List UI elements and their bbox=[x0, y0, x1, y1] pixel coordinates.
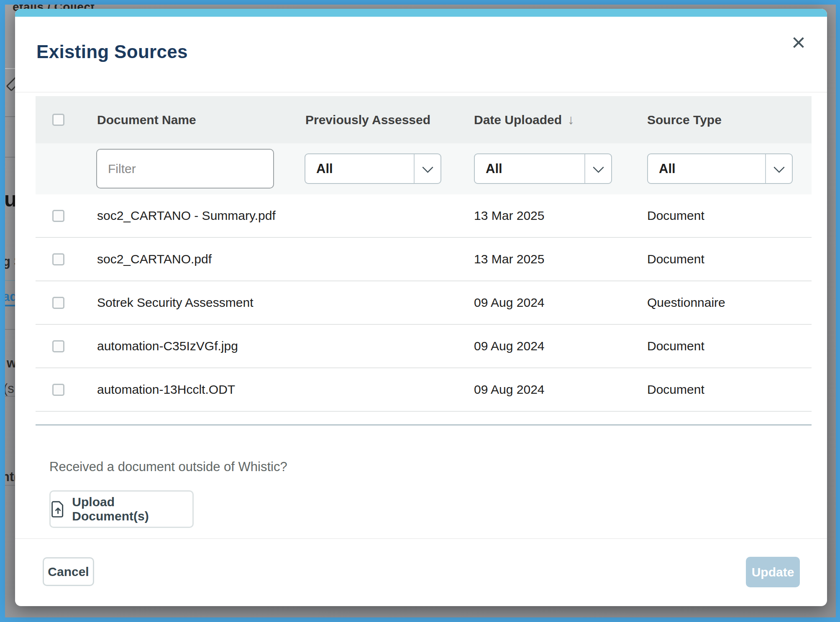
table-row[interactable]: automation-C35IzVGf.jpg 09 Aug 2024 Docu… bbox=[36, 325, 812, 368]
background-divider bbox=[5, 68, 15, 69]
source-type: Questionnaire bbox=[647, 296, 812, 310]
upload-documents-button[interactable]: Upload Document(s) bbox=[49, 490, 194, 528]
source-type-filter-select[interactable]: All bbox=[647, 153, 793, 184]
column-header-date-uploaded[interactable]: Date Uploaded ↓ bbox=[474, 112, 647, 127]
table-filter-row: All All All bbox=[36, 143, 812, 194]
background-divider bbox=[5, 157, 15, 158]
source-type: Document bbox=[647, 209, 812, 223]
document-name-filter-input[interactable] bbox=[96, 149, 274, 189]
table-row[interactable]: automation-13Hcclt.ODT 09 Aug 2024 Docum… bbox=[36, 368, 812, 412]
chevron-down-icon[interactable] bbox=[584, 154, 611, 183]
chevron-down-icon[interactable] bbox=[765, 154, 792, 183]
document-name: automation-C35IzVGf.jpg bbox=[97, 339, 305, 353]
date-uploaded: 13 Mar 2025 bbox=[474, 209, 647, 223]
upload-document-icon bbox=[51, 500, 65, 518]
modal-title: Existing Sources bbox=[36, 41, 188, 62]
date-uploaded-filter-select[interactable]: All bbox=[474, 153, 612, 184]
source-type: Document bbox=[647, 252, 812, 266]
previously-assessed-filter-select[interactable]: All bbox=[305, 153, 441, 184]
date-uploaded: 09 Aug 2024 bbox=[474, 296, 647, 310]
active-tab-underline bbox=[5, 305, 15, 306]
background-text-fragment: (s bbox=[5, 381, 14, 396]
background-divider bbox=[5, 485, 15, 486]
background-divider bbox=[5, 280, 15, 281]
date-uploaded: 09 Aug 2024 bbox=[474, 382, 647, 397]
document-name: soc2_CARTANO - Summary.pdf bbox=[97, 209, 305, 223]
document-name: Sotrek Security Assessment bbox=[97, 296, 305, 310]
background-divider bbox=[5, 329, 15, 330]
table-header-row: Document Name Previously Assessed Date U… bbox=[36, 96, 812, 143]
row-checkbox[interactable] bbox=[52, 297, 64, 309]
document-name: soc2_CARTANO.pdf bbox=[97, 252, 305, 266]
sort-desc-icon: ↓ bbox=[568, 112, 574, 127]
chevron-down-icon[interactable] bbox=[414, 154, 440, 183]
date-uploaded: 13 Mar 2025 bbox=[474, 252, 647, 266]
upload-documents-label: Upload Document(s) bbox=[72, 495, 192, 523]
column-header-previously-assessed[interactable]: Previously Assessed bbox=[305, 113, 474, 127]
table-row[interactable]: Sotrek Security Assessment 09 Aug 2024 Q… bbox=[36, 281, 812, 325]
row-checkbox[interactable] bbox=[52, 253, 64, 265]
column-header-document-name[interactable]: Document Name bbox=[97, 113, 305, 127]
cancel-button[interactable]: Cancel bbox=[43, 557, 94, 586]
date-uploaded: 09 Aug 2024 bbox=[474, 339, 647, 353]
document-name: automation-13Hcclt.ODT bbox=[97, 382, 305, 397]
modal-top-accent bbox=[15, 9, 827, 17]
update-button[interactable]: Update bbox=[746, 557, 800, 587]
table-end-line bbox=[36, 424, 812, 426]
source-type: Document bbox=[647, 382, 812, 397]
background-divider bbox=[5, 396, 15, 397]
footer-divider bbox=[15, 538, 827, 539]
table-row[interactable]: soc2_CARTANO.pdf 13 Mar 2025 Document bbox=[36, 238, 812, 281]
column-header-source-type[interactable]: Source Type bbox=[647, 113, 812, 127]
background-divider bbox=[5, 116, 15, 117]
header-divider bbox=[15, 92, 827, 92]
table-row[interactable]: soc2_CARTANO - Summary.pdf 13 Mar 2025 D… bbox=[36, 194, 812, 238]
select-all-checkbox[interactable] bbox=[52, 114, 64, 126]
row-checkbox[interactable] bbox=[52, 384, 64, 396]
row-checkbox[interactable] bbox=[52, 340, 64, 352]
header-checkbox-cell bbox=[36, 114, 97, 126]
page: { "background": { "breadcrumb": "etails … bbox=[0, 0, 840, 622]
source-type: Document bbox=[647, 339, 812, 353]
upload-prompt-text: Received a document outside of Whistic? bbox=[49, 459, 287, 474]
close-icon[interactable]: × bbox=[786, 29, 812, 55]
row-checkbox[interactable] bbox=[52, 210, 64, 222]
existing-sources-modal: Existing Sources × Document Name Previou… bbox=[15, 9, 827, 606]
sources-table: Document Name Previously Assessed Date U… bbox=[36, 96, 812, 426]
